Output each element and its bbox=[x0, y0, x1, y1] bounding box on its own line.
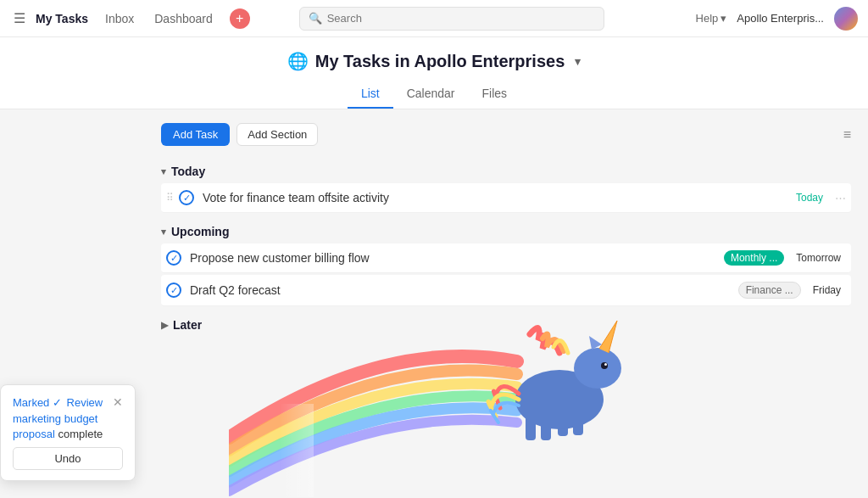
task-row-billing: ✓ Propose new customer billing flow Mont… bbox=[161, 243, 851, 273]
page-tabs: List Calendar Files bbox=[0, 80, 868, 109]
filter-icon[interactable]: ≡ bbox=[843, 127, 851, 143]
section-today: ▾ Today ⠿ ✓ Vote for finance team offsit… bbox=[161, 159, 851, 213]
section-later: ▶ Later bbox=[161, 313, 851, 337]
task-name-billing[interactable]: Propose new customer billing flow bbox=[190, 251, 724, 265]
svg-point-7 bbox=[601, 362, 608, 369]
task-date-forecast: Friday bbox=[808, 283, 846, 298]
page-title-text: My Tasks in Apollo Enterprises bbox=[315, 52, 565, 71]
tab-files[interactable]: Files bbox=[469, 80, 521, 109]
svg-point-5 bbox=[515, 370, 604, 429]
task-date-billing: Tomorrow bbox=[791, 250, 846, 266]
search-input[interactable] bbox=[327, 12, 595, 25]
search-bar: 🔍 bbox=[299, 7, 604, 31]
svg-rect-2 bbox=[541, 411, 551, 440]
svg-rect-1 bbox=[526, 411, 536, 440]
help-menu[interactable]: Help ▾ bbox=[696, 12, 727, 25]
task-meta-forecast: Finance ... Friday bbox=[738, 282, 846, 299]
badge-monthly: Monthly ... bbox=[724, 250, 784, 266]
upcoming-arrow-icon: ▾ bbox=[161, 227, 166, 238]
tab-list[interactable]: List bbox=[348, 80, 393, 109]
hamburger-icon[interactable]: ☰ bbox=[10, 7, 29, 30]
toast-suffix: complete bbox=[58, 428, 103, 440]
task-name-today[interactable]: Vote for finance team offsite activity bbox=[203, 191, 791, 204]
section-later-header[interactable]: ▶ Later bbox=[161, 313, 851, 337]
today-arrow-icon: ▾ bbox=[161, 166, 166, 177]
svg-point-8 bbox=[604, 363, 607, 366]
add-task-button[interactable]: Add Task bbox=[161, 123, 230, 146]
svg-rect-4 bbox=[573, 400, 583, 435]
top-nav: ☰ My Tasks Inbox Dashboard + 🔍 Help ▾ Ap… bbox=[0, 0, 868, 37]
section-upcoming-header[interactable]: ▾ Upcoming bbox=[161, 220, 851, 243]
nav-my-tasks[interactable]: My Tasks bbox=[36, 12, 88, 25]
drag-handle-icon[interactable]: ⠿ bbox=[166, 192, 174, 204]
task-check-forecast[interactable]: ✓ bbox=[166, 283, 181, 298]
nav-inbox[interactable]: Inbox bbox=[98, 8, 141, 29]
toast-check-icon: Marked ✓ bbox=[13, 396, 62, 409]
task-row-forecast: ✓ Draft Q2 forecast Finance ... Friday bbox=[161, 275, 851, 306]
task-meta-billing: Monthly ... Tomorrow bbox=[724, 250, 846, 266]
page-header: 🌐 My Tasks in Apollo Enterprises ▾ List … bbox=[0, 37, 868, 109]
workspace-label[interactable]: Apollo Enterpris... bbox=[737, 12, 824, 25]
section-upcoming: ▾ Upcoming ✓ Propose new customer billin… bbox=[161, 220, 851, 306]
toast-notification: Marked ✓ Review marketing budget proposa… bbox=[0, 384, 136, 481]
upcoming-label: Upcoming bbox=[171, 225, 229, 238]
task-check-billing[interactable]: ✓ bbox=[166, 250, 181, 266]
svg-rect-0 bbox=[229, 404, 314, 497]
title-chevron-icon[interactable]: ▾ bbox=[575, 55, 581, 68]
task-actions-icon[interactable]: ⋯ bbox=[835, 192, 846, 204]
undo-button[interactable]: Undo bbox=[13, 447, 123, 470]
add-section-button[interactable]: Add Section bbox=[236, 123, 318, 146]
svg-rect-3 bbox=[558, 404, 568, 436]
task-date-today: Today bbox=[791, 190, 828, 205]
toast-top: Marked ✓ Review marketing budget proposa… bbox=[13, 395, 123, 442]
today-label: Today bbox=[171, 165, 205, 178]
task-meta-today: Today ⋯ bbox=[791, 190, 846, 205]
nav-plus-button[interactable]: + bbox=[230, 8, 250, 29]
badge-finance: Finance ... bbox=[738, 282, 801, 299]
toolbar: Add Task Add Section ≡ bbox=[161, 123, 851, 146]
globe-icon: 🌐 bbox=[287, 51, 309, 71]
svg-point-6 bbox=[574, 348, 621, 389]
later-arrow-icon: ▶ bbox=[161, 320, 168, 331]
task-row: ⠿ ✓ Vote for finance team offsite activi… bbox=[161, 183, 851, 213]
toast-close-button[interactable]: ✕ bbox=[113, 395, 123, 409]
tab-calendar[interactable]: Calendar bbox=[393, 80, 469, 109]
later-label: Later bbox=[173, 318, 202, 332]
section-today-header[interactable]: ▾ Today bbox=[161, 159, 851, 183]
task-check-today[interactable]: ✓ bbox=[179, 190, 194, 205]
task-name-forecast[interactable]: Draft Q2 forecast bbox=[190, 283, 738, 297]
avatar[interactable] bbox=[834, 7, 858, 31]
nav-right: Help ▾ Apollo Enterpris... bbox=[696, 7, 858, 31]
toast-text: Marked ✓ Review marketing budget proposa… bbox=[13, 395, 113, 442]
search-icon: 🔍 bbox=[309, 12, 322, 25]
content-area: Add Task Add Section ≡ ▾ Today ⠿ ✓ Vote … bbox=[144, 109, 868, 498]
page-title: 🌐 My Tasks in Apollo Enterprises ▾ bbox=[0, 51, 868, 71]
nav-dashboard[interactable]: Dashboard bbox=[147, 8, 220, 29]
